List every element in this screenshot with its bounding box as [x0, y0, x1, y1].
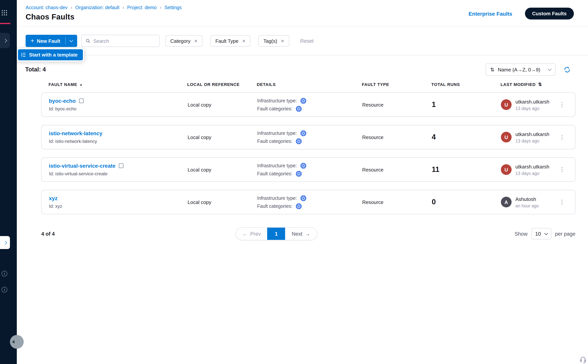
panel-expand-button[interactable]: [0, 236, 10, 249]
infrastructure-type-label: Infrastructure type:: [257, 98, 297, 103]
left-arrow-icon: ←: [242, 231, 248, 237]
kubernetes-icon: [296, 203, 302, 209]
search-icon: [85, 38, 90, 44]
last-modified-cell: U utkarsh.utkarsh 13 days ago: [501, 99, 556, 110]
main-content: Account: chaos-dev › Organization: defau…: [17, 0, 588, 364]
modified-ago: an hour ago: [516, 203, 539, 208]
header-label: TOTAL RUNS: [431, 82, 460, 87]
table-row: byoc-echo Id: byoc-echo Local copy Infra…: [41, 92, 575, 117]
custom-faults-button[interactable]: Custom Faults: [525, 8, 574, 20]
local-or-reference-cell: Local copy: [188, 199, 257, 205]
filter-pill-tags[interactable]: Tag(s) ×: [258, 35, 289, 47]
sidebar-collapse-handle[interactable]: [10, 335, 24, 349]
app-launcher-icon[interactable]: [1, 10, 8, 16]
filter-label: Category: [170, 38, 191, 44]
search-input[interactable]: [93, 38, 155, 44]
fault-name-link[interactable]: xyz: [49, 195, 58, 201]
search-box: [81, 35, 160, 47]
fault-name-link[interactable]: byoc-echo: [49, 98, 76, 104]
listing-controls: ⇅ Name (A→Z, 0→9): [486, 63, 571, 76]
row-menu-button[interactable]: ⋮: [556, 166, 568, 173]
row-menu-button[interactable]: ⋮: [556, 101, 568, 108]
fault-id: Id: istio-network-latency: [49, 139, 188, 144]
details-cell: Infrastructure type: Fault categories:: [257, 195, 362, 209]
fault-id: Id: istio-virtual-service-create: [49, 171, 188, 176]
header-fault-type: FAULT TYPE: [362, 82, 431, 87]
close-icon[interactable]: ×: [242, 38, 245, 44]
breadcrumb-organization[interactable]: Organization: default: [75, 5, 119, 10]
fault-badge-icon[interactable]: [79, 98, 84, 103]
prev-page-button[interactable]: ← Prev: [236, 228, 268, 240]
fault-type-cell: Resource: [362, 102, 432, 108]
info-icon[interactable]: i: [1, 271, 7, 277]
modified-ago: 13 days ago: [516, 171, 549, 176]
chevron-right-icon: [3, 241, 7, 244]
row-menu-button[interactable]: ⋮: [556, 134, 568, 141]
kubernetes-icon: [296, 170, 302, 177]
current-page-button[interactable]: 1: [267, 228, 285, 240]
support-headset-icon[interactable]: [579, 356, 587, 363]
sort-label: Name (A→Z, 0→9): [498, 67, 540, 72]
avatar: U: [501, 132, 512, 143]
breadcrumb-settings[interactable]: Settings: [164, 5, 182, 10]
kubernetes-icon: [300, 195, 307, 201]
header-last-modified[interactable]: LAST MODIFIED ⇅: [501, 82, 557, 87]
kubernetes-icon: [300, 130, 307, 136]
details-cell: Infrastructure type: Fault categories:: [257, 130, 362, 144]
table-row: istio-virtual-service-create Id: istio-v…: [41, 157, 575, 182]
avatar: U: [501, 164, 512, 175]
infrastructure-type-label: Infrastructure type:: [257, 195, 297, 201]
breadcrumb-project[interactable]: Project: demo: [127, 5, 157, 10]
avatar: A: [501, 197, 512, 208]
fault-name-link[interactable]: istio-virtual-service-create: [49, 163, 116, 169]
per-page-label: per page: [555, 231, 575, 237]
header-label: LOCAL OR REFERENCE: [187, 82, 240, 87]
reset-filters-link[interactable]: Reset: [300, 38, 314, 44]
sort-dropdown[interactable]: ⇅ Name (A→Z, 0→9): [486, 63, 555, 76]
filter-pill-fault-type[interactable]: Fault Type ×: [210, 35, 250, 47]
new-fault-button[interactable]: + New Fault: [26, 35, 65, 47]
header-actions-spacer: [557, 82, 568, 87]
total-runs-cell: 11: [432, 165, 501, 174]
fault-name-link[interactable]: istio-network-latency: [49, 130, 102, 136]
pagination: 4 of 4 ← Prev 1 Next → Show 10: [41, 227, 575, 241]
fault-name-cell: istio-virtual-service-create Id: istio-v…: [49, 163, 188, 176]
help-icon[interactable]: i: [1, 287, 7, 292]
table-body: byoc-echo Id: byoc-echo Local copy Infra…: [17, 92, 588, 214]
new-fault-dropdown-button[interactable]: [66, 35, 77, 47]
table-header-row: FAULT NAME ▲ LOCAL OR REFERENCE DETAILS …: [41, 82, 575, 87]
local-or-reference-cell: Local copy: [188, 167, 257, 172]
close-icon[interactable]: ×: [281, 38, 284, 44]
page-size-dropdown[interactable]: 10: [531, 228, 551, 240]
total-runs-cell: 0: [432, 198, 501, 206]
last-modified-cell: A Ashutosh an hour ago: [501, 196, 556, 208]
chevron-left-icon: [12, 340, 14, 344]
filter-pill-category[interactable]: Category ×: [165, 35, 203, 47]
menu-item-start-with-template[interactable]: Start with a template: [18, 49, 83, 60]
fault-name-cell: xyz Id: xyz: [49, 195, 188, 209]
header-fault-name[interactable]: FAULT NAME ▲: [49, 82, 187, 87]
new-fault-menu: Start with a template: [17, 48, 84, 61]
next-page-button[interactable]: Next →: [285, 228, 317, 240]
module-accent-bar: [0, 23, 10, 24]
local-or-reference-cell: Local copy: [188, 102, 257, 108]
fault-type-cell: Resource: [362, 167, 432, 172]
last-modified-cell: U utkarsh.utkarsh 13 days ago: [501, 164, 556, 176]
close-icon[interactable]: ×: [194, 38, 197, 44]
toolbar: + New Fault: [17, 27, 588, 55]
avatar: U: [501, 99, 512, 110]
new-fault-split-button: + New Fault: [26, 35, 77, 47]
new-fault-label: New Fault: [37, 38, 60, 44]
sidebar-expand-button[interactable]: [0, 33, 10, 48]
row-menu-button[interactable]: ⋮: [556, 199, 568, 206]
local-or-reference-cell: Local copy: [188, 134, 257, 140]
refresh-button[interactable]: [563, 66, 571, 73]
breadcrumb-account[interactable]: Account: chaos-dev: [26, 5, 68, 10]
chevron-right-icon: [3, 39, 7, 42]
listing-bar: Total: 4 ⇅ Name (A→Z, 0→9): [17, 63, 588, 76]
infrastructure-type-label: Infrastructure type:: [257, 130, 297, 136]
enterprise-faults-link[interactable]: Enterprise Faults: [469, 11, 512, 17]
page-header: Account: chaos-dev › Organization: defau…: [17, 0, 588, 27]
chevron-down-icon: [544, 231, 548, 235]
fault-badge-icon[interactable]: [119, 163, 124, 168]
